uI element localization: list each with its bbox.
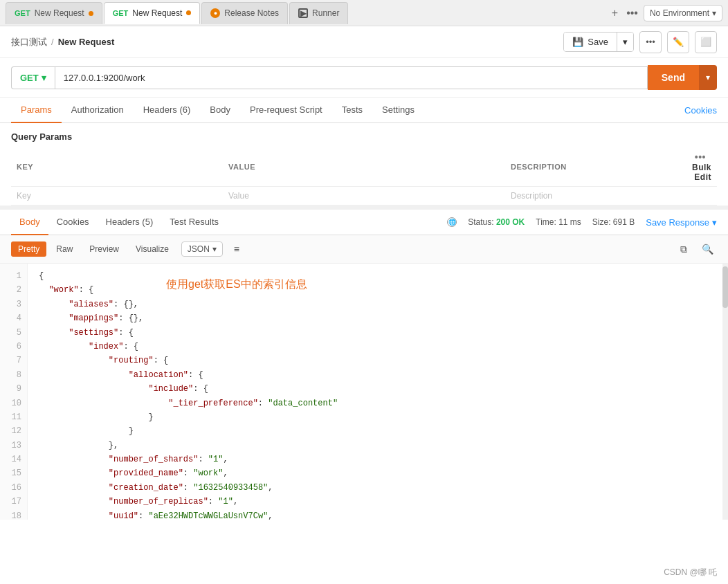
chevron-down-icon: ▾ — [212, 244, 217, 254]
tab-prerequest[interactable]: Pre-request Script — [240, 98, 332, 123]
tab-overflow-button[interactable]: ••• — [626, 7, 638, 19]
send-button[interactable]: Send — [648, 65, 699, 90]
tab-body[interactable]: Body — [200, 98, 240, 123]
request-tabs: Params Authorization Headers (6) Body Pr… — [0, 98, 728, 123]
col-key: KEY — [11, 147, 223, 187]
chevron-down-icon: ▾ — [712, 217, 717, 228]
layout-icon: ⬜ — [700, 37, 711, 47]
col-value: VALUE — [223, 147, 505, 187]
resp-body-label: Body — [19, 217, 40, 227]
save-label: Save — [588, 37, 608, 47]
scrollbar[interactable] — [722, 264, 728, 520]
tab-body-label: Body — [210, 104, 230, 115]
save-dropdown-button[interactable]: ▾ — [617, 33, 633, 51]
dots-menu-button[interactable]: ••• — [639, 31, 662, 53]
tab-label-runner: Runner — [312, 8, 339, 18]
tab-new-request-2[interactable]: GET New Request — [104, 2, 201, 24]
action-cell — [682, 187, 717, 206]
tab-params-label: Params — [21, 104, 52, 115]
tab-params[interactable]: Params — [11, 98, 62, 123]
cookies-link[interactable]: Cookies — [684, 98, 717, 122]
save-button[interactable]: 💾 Save — [564, 33, 617, 51]
tab-tests-label: Tests — [342, 104, 363, 115]
save-floppy-icon: 💾 — [572, 37, 583, 47]
resp-headers-label: Headers (5) — [106, 217, 154, 227]
env-label: No Environment — [650, 8, 709, 18]
tab-settings-label: Settings — [382, 104, 415, 115]
chevron-down-icon: ▾ — [623, 37, 628, 47]
add-tab-button[interactable]: + — [609, 7, 621, 19]
response-meta: 🌐 Status: 200 OK Time: 11 ms Size: 691 B… — [447, 217, 717, 228]
globe-icon: 🌐 — [447, 217, 457, 227]
tab-settings[interactable]: Settings — [372, 98, 424, 123]
format-right-actions: ⧉ 🔍 — [673, 239, 717, 259]
send-button-group: Send ▾ — [648, 65, 717, 90]
tab-label-release: Release Notes — [224, 8, 279, 18]
tab-dot-1 — [89, 11, 93, 16]
scrollbar-thumb[interactable] — [722, 266, 728, 308]
tab-bar-actions: + ••• No Environment ▾ — [609, 5, 722, 21]
method-select[interactable]: GET ▾ — [11, 66, 55, 89]
tab-authorization[interactable]: Authorization — [62, 98, 134, 123]
breadcrumb-separator: / — [51, 37, 54, 47]
save-button-group: 💾 Save ▾ — [563, 32, 634, 52]
query-params-section: Query Params KEY VALUE DESCRIPTION ••• B… — [0, 123, 728, 206]
tab-tests[interactable]: Tests — [332, 98, 372, 123]
dots-icon: ••• — [646, 37, 655, 47]
line-numbers: 1 2 3 4 5 6 7 8 9 10 11 12 13 14 15 16 1… — [0, 264, 28, 520]
send-dropdown-button[interactable]: ▾ — [699, 65, 717, 90]
release-icon: ● — [210, 8, 220, 18]
tab-method-get-2: GET — [113, 9, 129, 17]
resp-tab-test-results[interactable]: Test Results — [161, 210, 227, 235]
value-cell[interactable]: Value — [223, 187, 505, 206]
response-tabs-bar: Body Cookies Headers (5) Test Results 🌐 … — [0, 210, 728, 235]
code-viewer: 1 2 3 4 5 6 7 8 9 10 11 12 13 14 15 16 1… — [0, 264, 728, 520]
edit-icon: ✏️ — [673, 37, 684, 47]
tab-runner[interactable]: ▶ Runner — [289, 2, 348, 24]
header-bar: 接口测试 / New Request 💾 Save ▾ ••• ✏️ ⬜ — [0, 26, 728, 58]
format-select[interactable]: JSON ▾ — [181, 241, 223, 257]
bulk-edit-button[interactable]: Bulk Edit — [692, 163, 711, 182]
edit-icon-button[interactable]: ✏️ — [667, 31, 689, 53]
key-cell[interactable]: Key — [11, 187, 223, 206]
more-actions-icon[interactable]: ••• — [695, 152, 706, 163]
environment-select[interactable]: No Environment ▾ — [644, 5, 722, 21]
tab-auth-label: Authorization — [71, 104, 124, 115]
tab-new-request-1[interactable]: GET New Request — [6, 2, 102, 24]
tab-dot-2 — [186, 10, 191, 15]
url-bar: GET ▾ Send ▾ — [0, 58, 728, 98]
tab-headers[interactable]: Headers (6) — [134, 98, 201, 123]
header-actions: 💾 Save ▾ ••• ✏️ ⬜ — [563, 31, 717, 53]
method-label: GET — [20, 73, 39, 83]
query-params-title: Query Params — [11, 131, 717, 142]
fmt-tab-visualize[interactable]: Visualize — [129, 241, 176, 257]
fmt-tab-pretty[interactable]: Pretty — [11, 241, 46, 257]
tab-headers-label: Headers (6) — [143, 104, 191, 115]
tab-prerequest-label: Pre-request Script — [250, 104, 322, 115]
copy-icon[interactable]: ⧉ — [674, 239, 693, 259]
tab-release-notes[interactable]: ● Release Notes — [201, 2, 288, 24]
search-icon[interactable]: 🔍 — [698, 239, 717, 259]
breadcrumb-parent[interactable]: 接口测试 — [11, 36, 47, 48]
format-bar: Pretty Raw Preview Visualize JSON ▾ ≡ ⧉ … — [0, 235, 728, 264]
breadcrumb: 接口测试 / New Request — [11, 36, 114, 48]
resp-tab-body[interactable]: Body — [11, 210, 48, 235]
response-size: Size: 691 B — [592, 217, 635, 227]
tab-label-2: New Request — [132, 8, 182, 18]
wrap-text-icon[interactable]: ≡ — [227, 239, 246, 259]
layout-icon-button[interactable]: ⬜ — [695, 31, 717, 53]
breadcrumb-current: New Request — [58, 37, 115, 47]
tab-method-get-1: GET — [15, 9, 30, 17]
save-response-button[interactable]: Save Response ▾ — [646, 217, 717, 228]
url-input[interactable] — [55, 66, 648, 89]
col-actions: ••• Bulk Edit — [682, 147, 717, 187]
description-cell[interactable]: Description — [505, 187, 682, 206]
resp-tab-cookies[interactable]: Cookies — [48, 210, 98, 235]
response-section: Body Cookies Headers (5) Test Results 🌐 … — [0, 206, 728, 520]
resp-tab-headers[interactable]: Headers (5) — [98, 210, 162, 235]
fmt-tab-preview[interactable]: Preview — [82, 241, 126, 257]
runner-icon: ▶ — [298, 8, 308, 18]
fmt-tab-raw[interactable]: Raw — [49, 241, 80, 257]
table-row: Key Value Description — [11, 187, 717, 206]
chevron-down-icon: ▾ — [706, 73, 710, 82]
